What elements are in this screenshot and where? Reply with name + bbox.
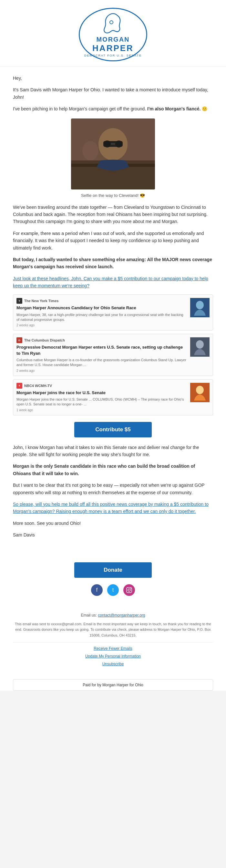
dispatch-headline: Progressive Democrat Morgan Harper enter… [17, 344, 187, 356]
logo-border: MORGAN HARPER DEMOCRAT FOR U.S. SENATE [79, 8, 147, 61]
nyt-thumbnail [190, 298, 209, 317]
news-card-nbc: 4 NBC4 WCMH-TV Morgan Harper joins the r… [13, 379, 213, 415]
paid-for-text: Paid for by Morgan Harper for Ohio [83, 683, 143, 687]
paragraph-7: Morgan is the only Senate candidate in t… [13, 463, 213, 477]
nbc-age: 1 week ago [17, 408, 187, 412]
svg-point-15 [196, 386, 204, 394]
twitter-icon[interactable]: t [107, 584, 119, 596]
selfie-svg [71, 119, 155, 189]
update-personal-info-link[interactable]: Update My Personal Information [13, 653, 213, 659]
footer-email-address[interactable]: contact@morganharper.org [98, 613, 145, 618]
para2-bold: I'm also Morgan's fiancé. [147, 106, 200, 112]
paragraph-8: But I want to be clear that it's not goi… [13, 482, 213, 496]
para5-bold: But today, I actually wanted to share so… [13, 257, 212, 269]
email-container: MORGAN HARPER DEMOCRAT FOR U.S. SENATE H… [0, 0, 226, 691]
news-source-dispatch: D The Columbus Dispatch [17, 337, 187, 343]
svg-point-11 [196, 301, 204, 309]
nbc-name: NBC4 WCMH-TV [24, 384, 52, 388]
email-header: MORGAN HARPER DEMOCRAT FOR U.S. SENATE [0, 0, 226, 67]
logo-harper: HARPER [84, 43, 142, 53]
nyt-headline: Morgan Harper Announces Candidacy for Oh… [17, 305, 187, 311]
logo-subtitle: DEMOCRAT FOR U.S. SENATE [84, 54, 142, 57]
dispatch-icon: D [17, 337, 22, 343]
news-cards-section: T The New York Times Morgan Harper Annou… [13, 294, 213, 415]
dispatch-desc: Columbus native Morgan Harper is a co-fo… [17, 358, 187, 368]
selfie-caption: Selfie on the way to Cleveland! 😎 [13, 193, 213, 198]
instagram-icon[interactable] [123, 584, 135, 596]
footer-email-line: Email us: contact@morganharper.org [13, 612, 213, 618]
svg-point-6 [104, 141, 111, 148]
paragraph-4: For example, there was a period when I w… [13, 230, 213, 251]
facebook-label: f [96, 587, 97, 593]
news-card-nyt: T The New York Times Morgan Harper Annou… [13, 294, 213, 331]
selfie-image [71, 119, 155, 189]
greeting: Hey, [13, 74, 213, 82]
social-icons-row: f t [13, 584, 213, 596]
nbc-thumbnail [190, 383, 209, 402]
nyt-age: 2 weeks ago [17, 323, 187, 327]
cta-link-1[interactable]: Just look at these headlines, John. Can … [13, 276, 208, 288]
donate-button[interactable]: Donate [74, 562, 152, 578]
dispatch-thumbnail [190, 337, 209, 357]
closing-1: More soon. See you around Ohio! [13, 520, 213, 527]
nbc-icon: 4 [17, 383, 22, 389]
twitter-label: t [112, 587, 114, 593]
instagram-svg [126, 587, 132, 593]
footer-disclaimer: This email was sent to xxxxxx@gmail.com.… [13, 621, 213, 639]
ohio-state-outline [102, 12, 124, 35]
paragraph-link2: So please, will you help me build off al… [13, 501, 213, 515]
facebook-icon[interactable]: f [91, 584, 103, 596]
nbc-desc: Morgan Harper joins the race for U.S. Se… [17, 397, 187, 407]
news-source-nyt: T The New York Times [17, 298, 187, 304]
paragraph-2: I've been pitching in to help Morgan's c… [13, 105, 213, 112]
paragraph-6: John, I know Morgan has what it takes to… [13, 444, 213, 458]
paid-for-bar: Paid for by Morgan Harper for Ohio [13, 679, 213, 691]
selfie-section: Selfie on the way to Cleveland! 😎 [13, 119, 213, 198]
svg-point-7 [115, 141, 122, 148]
paragraph-5: But today, I actually wanted to share so… [13, 256, 213, 271]
dispatch-age: 2 weeks ago [17, 369, 187, 373]
para2-plain: I've been pitching in to help Morgan's c… [13, 106, 146, 112]
svg-point-13 [196, 340, 204, 349]
closing-2: Sam Davis [13, 531, 213, 538]
paragraph-3: We've been traveling around the state to… [13, 204, 213, 225]
paragraph-link1: Just look at these headlines, John. Can … [13, 275, 213, 289]
para7-bold: Morgan is the only Senate candidate in t… [13, 464, 195, 476]
news-card-dispatch: D The Columbus Dispatch Progressive Demo… [13, 334, 213, 376]
svg-point-9 [82, 141, 98, 160]
contribute-button[interactable]: Contribute $5 [74, 422, 152, 437]
email-body: Hey, It's Sam Davis with Morgan Harper f… [0, 67, 226, 609]
cta-link-2[interactable]: So please, will you help me build off al… [13, 502, 208, 514]
logo-morgan: MORGAN [84, 36, 142, 43]
spacer [13, 543, 213, 556]
para2-emoji: 🙂 [202, 106, 207, 112]
nyt-name: The New York Times [24, 299, 59, 303]
footer-divider-1 [13, 642, 213, 643]
nbc-headline: Morgan Harper joins the race for U.S. Se… [17, 390, 187, 396]
footer-email-label: Email us: [81, 613, 97, 618]
logo-text: MORGAN HARPER DEMOCRAT FOR U.S. SENATE [84, 36, 142, 57]
receive-fewer-emails-link[interactable]: Receive Fewer Emails [13, 645, 213, 652]
nyt-icon: T [17, 298, 22, 304]
email-footer: Email us: contact@morganharper.org This … [0, 609, 226, 675]
unsubscribe-link[interactable]: Unsubscribe [13, 661, 213, 667]
dispatch-name: The Columbus Dispatch [24, 338, 65, 342]
nyt-desc: Morgan Harper, 38, ran a high-profile pr… [17, 312, 187, 322]
paragraph-1: It's Sam Davis with Morgan Harper for Oh… [13, 86, 213, 101]
svg-point-0 [110, 21, 113, 24]
news-source-nbc: 4 NBC4 WCMH-TV [17, 383, 187, 389]
